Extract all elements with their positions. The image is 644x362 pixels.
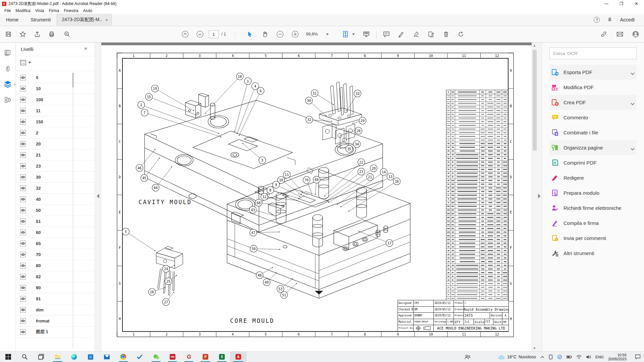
taskbar-excel-icon[interactable]: X: [214, 352, 230, 362]
layer-row[interactable]: 100: [16, 94, 95, 105]
page-down-icon[interactable]: [196, 30, 204, 38]
search-zoom-icon[interactable]: [64, 31, 70, 38]
menu-finestra[interactable]: Finestra: [61, 8, 80, 13]
pdf-viewport[interactable]: 112233445566778899101011111212AABBCCDDEE…: [101, 43, 532, 351]
action-center-icon[interactable]: [635, 354, 641, 359]
taskbar-todo-icon[interactable]: [131, 352, 148, 362]
layer-row[interactable]: 图层 1: [16, 326, 95, 338]
collapse-tools-paddle[interactable]: [538, 194, 541, 198]
page-number-input[interactable]: 1: [209, 31, 219, 38]
minimize-button[interactable]: —: [599, 0, 614, 7]
layer-row[interactable]: dim: [16, 304, 95, 315]
layers-scrollbar[interactable]: [72, 73, 74, 348]
mail-icon[interactable]: [616, 31, 624, 38]
layer-visibility-eye-icon[interactable]: [20, 141, 26, 147]
layer-visibility-eye-icon[interactable]: [20, 196, 26, 202]
layer-visibility-eye-icon[interactable]: [20, 152, 26, 158]
layers-icon[interactable]: [4, 80, 12, 89]
taskbar-search-icon[interactable]: [16, 352, 33, 362]
language-indicator[interactable]: ENG: [595, 355, 604, 359]
tool-edit-pdf[interactable]: Modifica PDF: [549, 80, 637, 95]
layer-visibility-eye-icon[interactable]: [20, 307, 26, 313]
onedrive-sync-icon[interactable]: [557, 355, 562, 359]
layer-row[interactable]: 23: [16, 161, 95, 172]
zoom-level-value[interactable]: 99,6%: [306, 32, 318, 37]
layer-visibility-eye-icon[interactable]: [20, 219, 26, 224]
tool-organize-pages[interactable]: Organizza pagine: [549, 140, 637, 155]
taskbar-mail-icon[interactable]: [99, 352, 115, 362]
layer-visibility-eye-icon[interactable]: [20, 318, 26, 324]
scroll-up-icon[interactable]: ▲: [533, 44, 536, 47]
weather-widget[interactable]: 16°C Nuvoloso: [498, 355, 536, 359]
restore-button[interactable]: ❐: [614, 0, 629, 7]
chevron-down-icon[interactable]: [631, 101, 635, 105]
layer-row[interactable]: 51: [16, 216, 95, 227]
export-pages-icon[interactable]: [428, 31, 434, 38]
layer-visibility-eye-icon[interactable]: [20, 75, 26, 80]
tray-expand-icon[interactable]: [540, 356, 544, 358]
share-icon[interactable]: [34, 31, 41, 38]
layer-visibility-eye-icon[interactable]: [20, 252, 26, 257]
menu-file[interactable]: File: [2, 8, 13, 13]
tool-redact[interactable]: Redigere: [549, 170, 637, 185]
bell-icon[interactable]: [607, 17, 612, 22]
tool-prepare-form[interactable]: Prepara modulo: [549, 185, 637, 200]
zoom-dropdown-caret[interactable]: [326, 34, 329, 35]
tab-close-icon[interactable]: ×: [105, 17, 108, 22]
comment-icon[interactable]: [383, 31, 390, 38]
layer-visibility-eye-icon[interactable]: [20, 263, 26, 268]
layer-visibility-eye-icon[interactable]: [20, 207, 26, 213]
people-icon[interactable]: [465, 355, 471, 359]
tab-document[interactable]: 2473-2D装配图-M... ×: [57, 14, 112, 26]
layer-row[interactable]: fromat: [16, 315, 95, 326]
print-icon[interactable]: [48, 31, 55, 38]
rotate-pages-icon[interactable]: [458, 31, 464, 38]
layer-row[interactable]: 65: [16, 238, 95, 249]
layer-row[interactable]: 30: [16, 172, 95, 183]
save-icon[interactable]: [5, 31, 12, 38]
star-icon[interactable]: [19, 31, 26, 38]
fit-page-icon[interactable]: [342, 31, 349, 38]
layer-row[interactable]: 82: [16, 271, 95, 282]
sign-in-button[interactable]: Accedi: [620, 17, 635, 22]
taskbar-taskview-icon[interactable]: [33, 352, 49, 362]
layer-row[interactable]: 60: [16, 227, 95, 238]
layer-visibility-eye-icon[interactable]: [20, 230, 26, 235]
taskbar-explorer-icon[interactable]: [49, 352, 66, 362]
layer-row[interactable]: 10: [16, 83, 95, 94]
layer-visibility-eye-icon[interactable]: [20, 285, 26, 291]
wifi-icon[interactable]: [576, 355, 582, 359]
tool-export-pdf[interactable]: Esporta PDF: [549, 65, 637, 80]
clock[interactable]: 10:55 20/05/2023: [608, 353, 627, 361]
layer-row[interactable]: 21: [16, 149, 95, 161]
tool-fill-sign[interactable]: Compila e firma: [549, 216, 637, 231]
tool-create-pdf[interactable]: Crea PDF: [549, 95, 637, 110]
taskbar-solidworks-icon[interactable]: SW: [164, 352, 181, 362]
tool-request-sign[interactable]: Richiedi firme elettroniche: [549, 200, 637, 216]
zoom-out-icon[interactable]: [276, 30, 284, 38]
tools-search-input[interactable]: [549, 47, 637, 59]
menu-firma[interactable]: Firma: [47, 8, 62, 13]
layer-visibility-eye-icon[interactable]: [20, 163, 26, 169]
volume-icon[interactable]: [586, 355, 591, 359]
layer-visibility-eye-icon[interactable]: [20, 329, 26, 335]
layer-row[interactable]: 2: [16, 127, 95, 138]
tab-tools[interactable]: Strumenti: [24, 14, 57, 26]
your-phone-icon[interactable]: [549, 355, 553, 359]
tool-comment[interactable]: Commento: [549, 110, 637, 125]
taskbar-chrome-icon[interactable]: [115, 352, 131, 362]
attachments-icon[interactable]: [5, 65, 11, 73]
scroll-down-icon[interactable]: ▼: [533, 347, 536, 350]
sign-pen-icon[interactable]: [413, 31, 419, 38]
layer-row[interactable]: 0: [16, 72, 95, 83]
layer-visibility-eye-icon[interactable]: [20, 296, 26, 302]
layer-visibility-eye-icon[interactable]: [20, 174, 26, 180]
menu-vista[interactable]: Vista: [33, 8, 46, 13]
tool-send-comments[interactable]: Invia per commenti: [549, 231, 637, 246]
chevron-down-icon[interactable]: [631, 70, 635, 74]
layer-row[interactable]: 11: [16, 105, 95, 116]
taskbar-edge-icon[interactable]: [66, 352, 82, 362]
pdf-vertical-scrollbar[interactable]: ▲ ▼: [532, 43, 537, 351]
layer-row[interactable]: 20: [16, 138, 95, 149]
layers-panel-close-icon[interactable]: ×: [84, 46, 87, 51]
